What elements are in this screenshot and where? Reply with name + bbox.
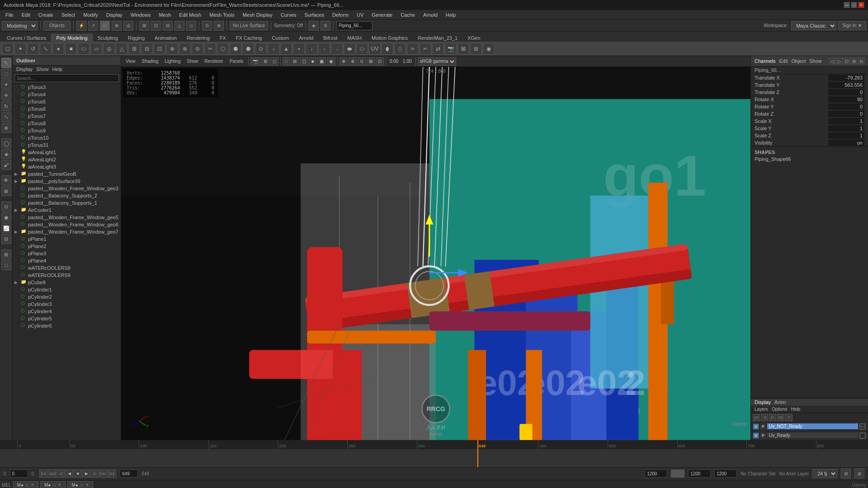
menu-uv[interactable]: UV [353, 11, 367, 19]
shelf-icon-multi-cut[interactable]: ✂ [204, 43, 216, 55]
shelf-icon-combine[interactable]: ⬣ [242, 43, 254, 55]
script-tab-3-close[interactable]: ✕ [85, 483, 89, 487]
shelf-icon-bridge[interactable]: ⊟ [141, 43, 153, 55]
maximize-button[interactable]: □ [851, 2, 857, 8]
outliner-item-32[interactable]: ⬡pCylinder5 [13, 315, 121, 322]
gamma-select[interactable]: sRGB gamma [418, 57, 456, 66]
menu-create[interactable]: Create [35, 11, 57, 19]
shelf-icon-separate[interactable]: ⊙ [255, 43, 267, 55]
paint-tool[interactable]: 🖌 [1, 160, 11, 170]
layer-p-1[interactable]: P [760, 423, 766, 430]
outliner-item-25[interactable]: ⬡wATERcOOLERS8 [13, 264, 121, 272]
outliner-item-23[interactable]: ⬡pPlane3 [13, 250, 121, 257]
outliner-item-20[interactable]: ▶📁pasted__Wooden_Frame_Window_geo7 [13, 228, 121, 235]
close-button[interactable]: ✕ [858, 2, 864, 8]
channel-tab-object[interactable]: Object [791, 58, 806, 64]
shelf-icon-mirror[interactable]: ⬩ [306, 43, 317, 55]
end-frame-input1[interactable] [645, 469, 667, 478]
workspace-dropdown[interactable]: Maya Classic [791, 21, 836, 30]
move-tool[interactable]: ✛ [1, 90, 11, 100]
outliner-item-9[interactable]: 💡aiAreaLight1 [13, 149, 121, 156]
tool-icon-1[interactable]: ⚡ [76, 21, 86, 31]
shelf-icon-merge[interactable]: ⊕ [166, 43, 178, 55]
shelf-icon-smooth[interactable]: ⬦ [268, 43, 279, 55]
shelf-tab-rendering[interactable]: Rendering [182, 34, 215, 42]
menu-file[interactable]: File [2, 11, 17, 19]
shelf-icon-poly-plane[interactable]: ▱ [90, 43, 102, 55]
shelf-tab-arnold[interactable]: Arnold [294, 34, 318, 42]
vp-layout-1[interactable]: □ [283, 57, 290, 66]
range-start-input[interactable] [10, 469, 28, 478]
layer-nav-prev[interactable]: ◁ [761, 414, 768, 421]
outliner-item-6[interactable]: ⬡pTorus9 [13, 127, 121, 134]
menu-surfaces[interactable]: Surfaces [301, 11, 328, 19]
outliner-search-input[interactable] [14, 74, 119, 82]
shelf-icon-poly-cylinder[interactable]: ⬭ [78, 43, 90, 55]
lasso-tool[interactable]: ◌ [1, 69, 11, 79]
channel-attr-value-9[interactable] [828, 140, 864, 146]
tool-icon-3[interactable]: □ [100, 21, 110, 31]
vp-shading-wire[interactable]: ◫ [300, 57, 308, 66]
shelf-icon-layout[interactable]: ⬯ [394, 43, 406, 55]
vp-menu-panels[interactable]: Panels [227, 58, 246, 64]
btn-stop[interactable]: ■ [74, 469, 82, 478]
outliner-item-12[interactable]: ▶📁pasted__TunnelGeoB [13, 170, 121, 178]
menu-edit[interactable]: Edit [18, 11, 34, 19]
outliner-item-0[interactable]: ⬡pTorus3 [13, 84, 121, 91]
vp-icon-6[interactable]: ⊗ [349, 57, 357, 66]
outliner-item-19[interactable]: ⬡pasted__Wooden_Frame_Window_geo6 [13, 221, 121, 228]
menu-select[interactable]: Select [58, 11, 79, 19]
end-frame-input3[interactable] [714, 469, 737, 478]
select-tool[interactable]: ↖ [1, 58, 11, 68]
outliner-item-5[interactable]: ⬡pTorus8 [13, 120, 121, 127]
display-grid[interactable]: ⊞ [1, 186, 11, 196]
vp-display-icon[interactable]: ◻ [270, 57, 278, 66]
channel-attr-value-6[interactable] [828, 118, 864, 124]
paint-select-tool[interactable]: ✦ [1, 80, 11, 89]
shelf-icon-snapshot[interactable]: 📷 [445, 43, 457, 55]
channel-attr-value-5[interactable] [828, 111, 864, 117]
fps-select[interactable]: 24 fps [812, 469, 837, 478]
live-surface-button[interactable]: No Live Surface [230, 21, 268, 30]
shelf-icon-transfer[interactable]: ⇄ [432, 43, 444, 55]
shelf-tab-poly-modeling[interactable]: Poly Modeling [51, 34, 92, 42]
script-tab-2-close[interactable]: ✕ [58, 483, 61, 487]
script-tab-2-vis[interactable]: □ [52, 482, 57, 488]
shelf-icon-xray[interactable]: ⊠ [458, 43, 469, 55]
vp-icon-7[interactable]: ⊙ [358, 57, 366, 66]
menu-arnold[interactable]: Arnold [420, 11, 441, 19]
shelf-tab-mash[interactable]: MASH [342, 34, 367, 42]
shelf-tab-rigging[interactable]: Rigging [123, 34, 150, 42]
layer-nav-add[interactable]: + [785, 414, 793, 421]
menu-curves[interactable]: Curves [277, 11, 300, 19]
shelf-icon-move[interactable]: ✦ [14, 43, 26, 55]
timeline-track[interactable] [0, 449, 868, 467]
menu-display[interactable]: Display [103, 11, 126, 19]
shelf-icon-poly-torus[interactable]: ◎ [103, 43, 115, 55]
timeline-ruler[interactable]: 0 50 100 150 200 250 300 649 400 500 600… [0, 440, 868, 449]
layer-p-2[interactable]: P [760, 432, 766, 439]
tool-icon-5[interactable]: ◎ [123, 21, 133, 31]
shelf-icon-smooth-shade[interactable]: ◉ [483, 43, 495, 55]
minimize-button[interactable]: — [844, 2, 850, 8]
shelf-icon-fill-hole[interactable]: ⬡ [217, 43, 229, 55]
shelf-icon-sew[interactable]: ✃ [420, 43, 431, 55]
shelf-tab-renderman[interactable]: RenderMan_23_1 [413, 34, 462, 42]
outliner-item-30[interactable]: ⬡pCylinder3 [13, 300, 121, 308]
shelf-icon-cut[interactable]: ✁ [407, 43, 419, 55]
outliner-item-27[interactable]: ▶📁pCube8 [13, 279, 121, 286]
object-name-field[interactable] [336, 21, 373, 30]
shelf-tab-fx-caching[interactable]: FX Caching [231, 34, 267, 42]
outliner-item-7[interactable]: ⬡pTorus10 [13, 134, 121, 141]
layer-menu-layers[interactable]: Layers [755, 407, 768, 412]
channel-tab-show[interactable]: Show [809, 58, 822, 64]
shelf-icon-unfold[interactable]: ⬮ [382, 43, 393, 55]
btn-go-to-start[interactable]: |◁ [39, 469, 47, 478]
outliner-item-4[interactable]: ⬡pTorus7 [13, 113, 121, 120]
btn-go-to-end[interactable]: ▷| [108, 469, 116, 478]
cam-icon-2[interactable]: ⊗ [214, 21, 224, 31]
vp-menu-show[interactable]: Show [184, 58, 201, 64]
shelf-tab-motion-graphics[interactable]: Motion Graphics [367, 34, 413, 42]
set-editor[interactable]: ⊟ [1, 234, 11, 244]
ch-icon-1[interactable]: ◁ [829, 58, 835, 64]
